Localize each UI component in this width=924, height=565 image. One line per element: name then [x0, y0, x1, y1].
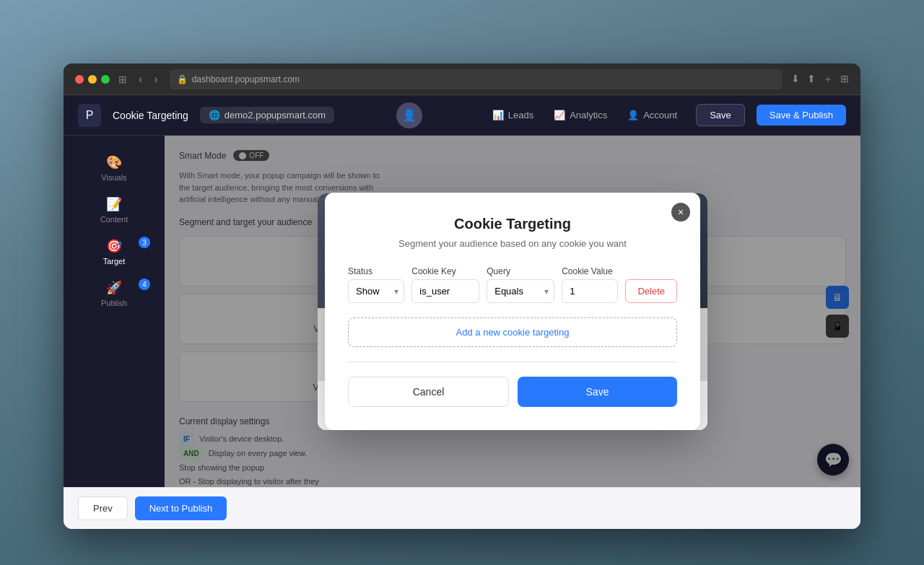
minimize-window-button[interactable]	[88, 75, 97, 84]
sidebar-item-visuals[interactable]: 🎨 Visuals	[64, 147, 165, 189]
app-domain[interactable]: 🌐 demo2.popupsmart.com	[200, 107, 334, 123]
targeting-badge: 3	[139, 237, 150, 248]
analytics-icon: 📈	[554, 110, 565, 121]
sidebar: 🎨 Visuals 📝 Content 3 🎯 Target 4 🚀 Publi…	[64, 136, 165, 487]
cookie-targeting-modal: × Cookie Targeting Segment your audience…	[325, 193, 700, 430]
query-field: Query Equals Contains Not Equals	[487, 266, 554, 303]
analytics-label: Analytics	[570, 110, 607, 121]
modal-actions: Cancel Save	[348, 377, 677, 407]
visuals-label: Visuals	[101, 173, 126, 182]
add-new-cookie-button[interactable]: Add a new cookie targeting	[348, 317, 677, 347]
query-label: Query	[487, 266, 554, 276]
app-title: Cookie Targeting	[113, 110, 188, 121]
status-field: Status Show Hide	[348, 266, 404, 303]
forward-button[interactable]: ›	[151, 70, 160, 89]
cancel-button[interactable]: Cancel	[348, 377, 509, 407]
cookie-key-label: Cookie Key	[411, 266, 479, 276]
maximize-window-button[interactable]	[101, 75, 110, 84]
account-nav-item[interactable]: 👤 Account	[620, 105, 684, 125]
cookie-key-field: Cookie Key	[411, 266, 479, 303]
modal-close-button[interactable]: ×	[671, 203, 690, 222]
cookie-value-input[interactable]	[562, 279, 618, 303]
sidebar-item-content[interactable]: 📝 Content	[64, 189, 165, 231]
publish-icon: 🚀	[106, 280, 122, 296]
account-icon: 👤	[627, 110, 639, 121]
query-select[interactable]: Equals Contains Not Equals	[487, 279, 554, 303]
sidebar-item-targeting[interactable]: 3 🎯 Target	[64, 231, 165, 273]
topbar-nav: 📊 Leads 📈 Analytics 👤 Account	[485, 105, 684, 125]
save-publish-button[interactable]: Save & Publish	[757, 105, 846, 126]
analytics-nav-item[interactable]: 📈 Analytics	[546, 105, 614, 125]
status-select-wrapper: Show Hide	[348, 279, 404, 303]
status-label: Status	[348, 266, 404, 276]
url-bar[interactable]: 🔒 dashboard.popupsmart.com	[170, 69, 783, 89]
query-select-wrapper: Equals Contains Not Equals	[487, 279, 554, 303]
visuals-icon: 🎨	[106, 154, 122, 170]
content-icon: 📝	[106, 196, 122, 212]
lock-icon: 🔒	[177, 74, 188, 84]
modal-overlay: 👤 Audience Target your audience in a min…	[165, 136, 860, 487]
browser-toolbar: ⊞ ‹ › 🔒 dashboard.popupsmart.com ⬇ ⬆ ＋ ⊞	[64, 63, 860, 95]
status-select[interactable]: Show Hide	[348, 279, 404, 303]
prev-button[interactable]: Prev	[78, 496, 128, 520]
app: P Cookie Targeting 🌐 demo2.popupsmart.co…	[64, 95, 860, 529]
save-button[interactable]: Save	[696, 104, 745, 126]
cookie-form-row: Status Show Hide Cookie Key	[348, 266, 677, 303]
account-label: Account	[643, 110, 677, 121]
browser-actions: ⬇ ⬆ ＋ ⊞	[791, 73, 849, 86]
avatar: 👤	[396, 102, 422, 128]
content-label: Content	[100, 215, 128, 224]
share-icon[interactable]: ⬆	[807, 73, 816, 86]
delete-button[interactable]: Delete	[625, 279, 677, 303]
topbar-center: 👤	[346, 102, 474, 128]
download-icon[interactable]: ⬇	[791, 73, 800, 86]
targeting-icon: 🎯	[106, 238, 122, 254]
new-tab-icon[interactable]: ＋	[823, 73, 833, 86]
sidebar-item-publish[interactable]: 4 🚀 Publish	[64, 273, 165, 315]
app-body: 🎨 Visuals 📝 Content 3 🎯 Target 4 🚀 Publi…	[64, 136, 860, 487]
url-text: dashboard.popupsmart.com	[192, 74, 300, 84]
modal-subtitle: Segment your audience based on any cooki…	[348, 238, 677, 249]
browser-nav: ‹ ›	[136, 70, 161, 89]
cookie-key-input[interactable]	[411, 279, 479, 303]
leads-label: Leads	[508, 110, 533, 121]
leads-icon: 📊	[492, 110, 504, 121]
app-logo: P	[78, 104, 101, 127]
leads-nav-item[interactable]: 📊 Leads	[485, 105, 541, 125]
back-button[interactable]: ‹	[136, 70, 145, 89]
modal-divider	[348, 362, 677, 362]
grid-icon[interactable]: ⊞	[840, 73, 849, 86]
content-area: Smart Mode OFF With Smart mode, your pop…	[165, 136, 860, 487]
modal-title: Cookie Targeting	[348, 216, 677, 232]
modal-save-button[interactable]: Save	[518, 377, 677, 407]
targeting-label: Target	[103, 257, 126, 266]
publish-badge: 4	[139, 279, 150, 290]
publish-label: Publish	[101, 299, 127, 307]
cookie-value-label: Cookie Value	[562, 266, 618, 276]
app-topbar: P Cookie Targeting 🌐 demo2.popupsmart.co…	[64, 95, 860, 136]
domain-text: demo2.popupsmart.com	[225, 110, 326, 121]
traffic-lights	[75, 75, 110, 84]
bottom-nav: Prev Next to Publish	[64, 487, 860, 529]
sidebar-toggle-icon[interactable]: ⊞	[118, 74, 127, 85]
globe-icon: 🌐	[209, 110, 220, 121]
next-button[interactable]: Next to Publish	[135, 496, 227, 520]
browser-window: ⊞ ‹ › 🔒 dashboard.popupsmart.com ⬇ ⬆ ＋ ⊞…	[64, 63, 860, 529]
close-window-button[interactable]	[75, 75, 84, 84]
cookie-value-field: Cookie Value	[562, 266, 618, 303]
